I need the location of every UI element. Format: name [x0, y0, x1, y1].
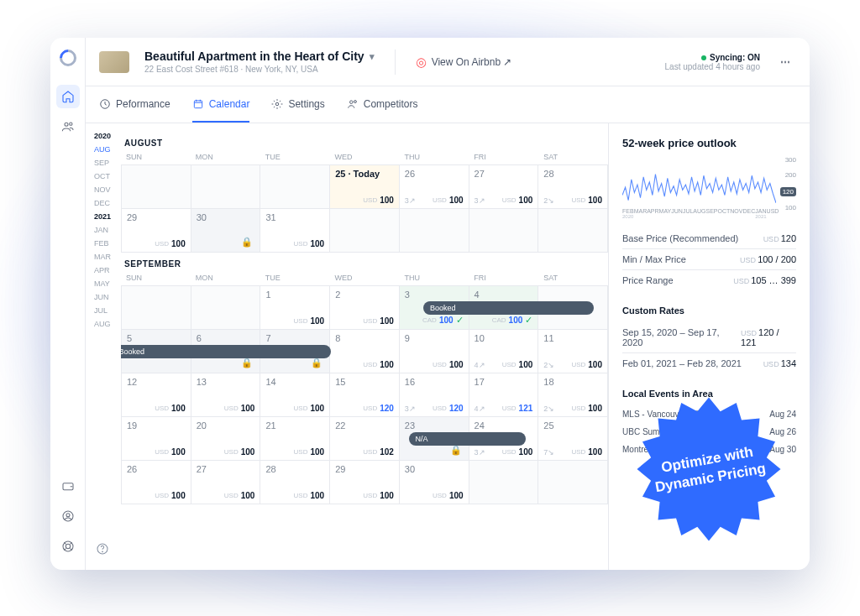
calendar-cell[interactable]: 174↗USD121	[469, 373, 539, 417]
calendar-cell[interactable]: 26USD100	[122, 461, 191, 504]
calendar-cell	[260, 165, 330, 209]
price-row: Base Price (Recommended)USD120	[622, 228, 796, 248]
nav-home[interactable]	[56, 85, 80, 108]
calendar-cell[interactable]: 12USD100	[122, 373, 191, 417]
calendar-cell[interactable]: 27USD100	[191, 461, 261, 504]
tab-label: Calendar	[209, 98, 250, 110]
calendar-cell[interactable]: 14USD100	[260, 373, 330, 417]
svg-point-10	[349, 100, 353, 103]
tab-calendar[interactable]: Calendar	[192, 86, 250, 123]
nav-guests[interactable]	[56, 115, 80, 138]
rail-month[interactable]: NOV	[94, 185, 121, 194]
calendar-cell[interactable]: 15USD120	[330, 373, 400, 417]
booking-pill[interactable]: Booked	[423, 301, 594, 315]
tabs: Peformance Calendar Settings Competitors	[86, 86, 810, 123]
more-menu[interactable]: ⋯	[775, 53, 796, 71]
tab-label: Competitors	[364, 98, 418, 110]
sync-when: Last updated 4 hours ago	[665, 62, 760, 71]
rail-year: 2021	[94, 212, 121, 221]
help-button[interactable]	[96, 542, 109, 558]
price-outlook-chart: 300200120100 FEB2020MARAPRMAYJUNJULAUGSE…	[622, 156, 796, 223]
calendar-cell[interactable]: 282↘USD100	[538, 165, 608, 209]
rail-month[interactable]: OCT	[94, 172, 121, 180]
calendar-cell[interactable]: 2USD100	[330, 286, 400, 330]
rail-month[interactable]: DEC	[94, 199, 121, 207]
rail-month[interactable]: JAN	[94, 226, 121, 234]
lock-icon: 🔒	[241, 237, 253, 248]
rail-month[interactable]: JUL	[94, 306, 121, 315]
calendar-cell[interactable]: 263↗USD100	[400, 165, 469, 209]
rail-month[interactable]: MAR	[94, 253, 121, 261]
calendar-cell[interactable]: 104↗USD100	[469, 330, 539, 373]
calendar-cell[interactable]: 163↗USD120	[400, 373, 469, 417]
calendar-cell	[122, 286, 191, 330]
tab-performance[interactable]: Peformance	[99, 86, 170, 123]
custom-rates-title: Custom Rates	[622, 305, 796, 316]
price-row: Min / Max PriceUSD100 / 200	[622, 248, 796, 269]
month-rail: 2020AUGSEPOCTNOVDEC2021JANFEBMARAPRMAYJU…	[86, 123, 121, 570]
view-on-airbnb-link[interactable]: ◎ View On Airbnb ↗	[416, 55, 512, 70]
svg-point-1	[69, 123, 71, 125]
calendar-cell[interactable]: 8USD100	[330, 330, 400, 373]
rail-year: AUG	[94, 145, 121, 154]
calendar-cell[interactable]: 273↗USD100	[469, 165, 539, 209]
tab-competitors[interactable]: Competitors	[347, 86, 418, 123]
calendar-cell	[469, 209, 539, 253]
rail-month[interactable]: MAY	[94, 279, 121, 288]
calendar-cell[interactable]: 28USD100	[260, 461, 330, 504]
month-title: AUGUST	[121, 138, 608, 148]
calendar-cell[interactable]: 19USD100	[122, 417, 191, 461]
airbnb-icon: ◎	[416, 55, 427, 70]
calendar-cell[interactable]: 13USD100	[191, 373, 261, 417]
booking-pill[interactable]: Booked	[121, 345, 331, 358]
lock-icon: 🔒	[311, 358, 322, 368]
calendar-cell[interactable]: 22USD102	[330, 417, 400, 461]
calendar-cell[interactable]: 257↘USD100	[538, 417, 608, 461]
calendar-cell[interactable]: 25 · TodayUSD100	[330, 165, 400, 209]
header: Beautiful Apartment in the Heart of City…	[86, 38, 810, 86]
calendar-cell[interactable]: 30🔒	[191, 209, 261, 253]
calendar-cell[interactable]: 31USD100	[260, 209, 330, 253]
svg-point-6	[66, 544, 70, 548]
calendar-cell	[191, 286, 261, 330]
outlook-title: 52-week price outlook	[622, 137, 796, 149]
calendar-cell[interactable]: 30USD100	[400, 461, 469, 504]
nav-wallet[interactable]	[56, 474, 80, 498]
rail-month[interactable]: FEB	[94, 239, 121, 248]
listing-title-block[interactable]: Beautiful Apartment in the Heart of City…	[144, 50, 375, 74]
logo-icon	[55, 46, 79, 70]
calendar-cell[interactable]: 21USD100	[260, 417, 330, 461]
calendar-cell	[191, 165, 261, 209]
view-on-airbnb-label: View On Airbnb ↗	[432, 56, 512, 68]
calendar-cell[interactable]: 9USD100	[400, 330, 469, 373]
calendar-cell	[538, 209, 608, 253]
calendar-cell[interactable]: 29USD100	[330, 461, 400, 504]
promo-badge[interactable]: Optimize with Dynamic Pricing	[633, 394, 784, 545]
svg-point-4	[66, 514, 70, 517]
rail-month[interactable]: AUG	[94, 320, 121, 328]
tab-settings[interactable]: Settings	[271, 86, 324, 123]
chart-x-axis: FEB2020MARAPRMAYJUNJULAUGSEPOCTNOVDECJAN…	[622, 208, 776, 223]
svg-point-9	[276, 102, 280, 106]
sidebar	[50, 38, 86, 570]
lock-icon: 🔒	[450, 445, 462, 456]
rail-month[interactable]: SEP	[94, 159, 121, 167]
nav-account[interactable]	[56, 504, 80, 528]
rail-year: 2020	[94, 132, 121, 140]
calendar-cell[interactable]: 29USD100	[122, 209, 191, 253]
rail-month[interactable]: APR	[94, 266, 121, 274]
calendar-cell	[122, 165, 191, 209]
price-row: Price RangeUSD105 … 399	[622, 269, 796, 290]
rail-month[interactable]: JUN	[94, 293, 121, 301]
calendar-cell[interactable]: 182↘USD100	[538, 373, 608, 417]
sync-label: Syncing: ON	[710, 53, 760, 62]
calendar-cell	[330, 209, 400, 253]
calendar-cell[interactable]: 112↘USD100	[538, 330, 608, 373]
calendar-cell[interactable]: 20USD100	[191, 417, 261, 461]
booking-pill[interactable]: N/A	[409, 432, 526, 446]
svg-point-0	[65, 123, 68, 126]
nav-support[interactable]	[56, 535, 80, 558]
calendar-cell	[538, 461, 608, 504]
calendar-cell[interactable]: 1USD100	[260, 286, 330, 330]
calendar: AUGUSTSUNMONTUEWEDTHUFRISAT25 · TodayUSD…	[121, 123, 608, 570]
